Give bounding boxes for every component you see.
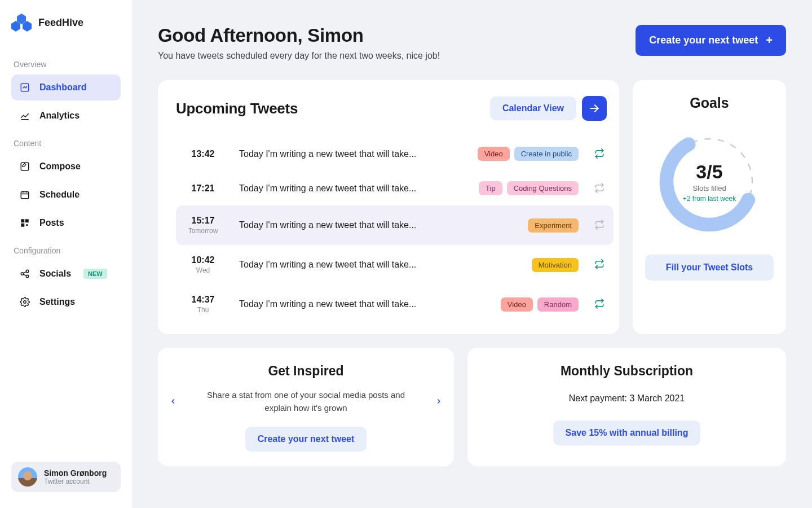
sidebar-item-socials[interactable]: Socials NEW bbox=[11, 261, 121, 287]
tag-group: Motivation bbox=[532, 258, 579, 272]
tag[interactable]: Create in public bbox=[514, 147, 579, 161]
sidebar-item-posts[interactable]: Posts bbox=[11, 210, 121, 236]
analytics-icon bbox=[19, 110, 30, 121]
user-card[interactable]: Simon Grønborg Twitter account bbox=[11, 462, 121, 492]
retweet-icon[interactable] bbox=[594, 259, 606, 270]
tag[interactable]: Video bbox=[501, 297, 533, 312]
section-configuration: Configuration bbox=[14, 246, 118, 255]
tweet-text: Today I'm writing a new tweet that will … bbox=[230, 149, 478, 159]
greeting: Good Afternoon, Simon bbox=[158, 25, 440, 46]
sidebar-item-label: Socials bbox=[39, 269, 71, 279]
retweet-icon[interactable] bbox=[594, 148, 606, 160]
svg-line-13 bbox=[24, 272, 27, 273]
subscription-text: Next payment: 3 March 2021 bbox=[480, 393, 774, 404]
tweet-text: Today I'm writing a new tweet that will … bbox=[230, 260, 532, 270]
goals-donut: 3/5 Slots filled +2 from last week bbox=[656, 128, 763, 235]
time-value: 14:37 bbox=[176, 295, 230, 305]
retweet-icon[interactable] bbox=[594, 299, 606, 310]
time-column: 15:17Tomorrow bbox=[176, 216, 230, 235]
tag-group: VideoCreate in public bbox=[478, 147, 579, 161]
tweet-row[interactable]: 14:37ThuToday I'm writing a new tweet th… bbox=[176, 284, 614, 324]
goals-delta: +2 from last week bbox=[683, 195, 736, 203]
tag[interactable]: Motivation bbox=[532, 258, 579, 272]
tag[interactable]: Tip bbox=[479, 181, 502, 195]
tag[interactable]: Coding Questions bbox=[507, 181, 579, 195]
svg-rect-8 bbox=[21, 224, 24, 227]
cta-label: Create your next tweet bbox=[649, 34, 758, 46]
sidebar-item-dashboard[interactable]: Dashboard bbox=[11, 75, 121, 100]
tweet-row[interactable]: 17:21Today I'm writing a new tweet that … bbox=[176, 171, 614, 205]
time-value: 10:42 bbox=[176, 255, 230, 265]
sidebar-item-analytics[interactable]: Analytics bbox=[11, 103, 121, 129]
settings-icon bbox=[19, 296, 30, 308]
time-sub: Thu bbox=[176, 306, 230, 314]
sidebar-item-compose[interactable]: Compose bbox=[11, 154, 121, 179]
logo[interactable]: FeedHive bbox=[11, 14, 121, 32]
sidebar-item-label: Dashboard bbox=[39, 82, 87, 93]
subscription-title: Monthly Subscription bbox=[480, 364, 774, 379]
svg-point-10 bbox=[21, 273, 24, 275]
retweet-icon[interactable] bbox=[594, 220, 606, 231]
goals-value: 3/5 bbox=[696, 161, 722, 183]
header: Good Afternoon, Simon You have tweets sc… bbox=[158, 25, 786, 61]
inspire-prev-button[interactable] bbox=[169, 397, 177, 407]
sidebar-item-settings[interactable]: Settings bbox=[11, 289, 121, 315]
logo-text: FeedHive bbox=[38, 17, 83, 29]
sidebar-item-schedule[interactable]: Schedule bbox=[11, 182, 121, 208]
new-badge: NEW bbox=[83, 269, 107, 279]
svg-rect-7 bbox=[25, 219, 29, 222]
sidebar-item-label: Settings bbox=[39, 297, 75, 307]
time-value: 15:17 bbox=[176, 216, 230, 226]
tweet-row[interactable]: 13:42Today I'm writing a new tweet that … bbox=[176, 137, 614, 171]
upcoming-title: Upcoming Tweets bbox=[176, 100, 298, 117]
upcoming-tweets-card: Upcoming Tweets Calendar View 13:42Today… bbox=[158, 80, 619, 334]
tweet-row[interactable]: 10:42WedToday I'm writing a new tweet th… bbox=[176, 245, 614, 284]
posts-icon bbox=[19, 217, 30, 229]
sidebar-item-label: Analytics bbox=[39, 111, 80, 121]
svg-rect-6 bbox=[21, 219, 24, 222]
sidebar-item-label: Schedule bbox=[39, 190, 80, 200]
section-content: Content bbox=[14, 139, 118, 148]
svg-point-15 bbox=[24, 301, 27, 304]
time-column: 13:42 bbox=[176, 149, 230, 159]
goals-title: Goals bbox=[690, 95, 729, 111]
annual-billing-button[interactable]: Save 15% with annual billing bbox=[553, 421, 701, 445]
tag[interactable]: Random bbox=[537, 297, 579, 312]
dashboard-icon bbox=[19, 82, 30, 93]
greeting-sub: You have tweets scheduled every day for … bbox=[158, 51, 440, 61]
fill-slots-button[interactable]: Fill your Tweet Slots bbox=[645, 255, 774, 281]
chevron-left-icon bbox=[169, 397, 177, 405]
compose-icon bbox=[19, 161, 30, 172]
svg-point-11 bbox=[26, 270, 29, 273]
next-arrow-button[interactable] bbox=[582, 96, 607, 121]
socials-icon bbox=[19, 268, 30, 279]
time-value: 13:42 bbox=[176, 149, 230, 159]
inspire-title: Get Inspired bbox=[170, 364, 442, 379]
tag-group: TipCoding Questions bbox=[479, 181, 579, 195]
tag[interactable]: Video bbox=[478, 147, 510, 161]
svg-rect-2 bbox=[21, 192, 29, 199]
user-sub: Twitter account bbox=[44, 478, 107, 485]
sidebar: FeedHive Overview Dashboard Analytics Co… bbox=[0, 0, 132, 508]
goals-card: Goals 3/5 Slots filled +2 from last week… bbox=[633, 80, 786, 334]
goals-sub: Slots filled bbox=[692, 184, 726, 192]
avatar bbox=[18, 467, 37, 487]
time-sub: Tomorrow bbox=[176, 227, 230, 235]
time-value: 17:21 bbox=[176, 183, 230, 194]
retweet-icon[interactable] bbox=[594, 183, 606, 194]
subscription-card: Monthly Subscription Next payment: 3 Mar… bbox=[467, 348, 786, 466]
svg-point-12 bbox=[26, 275, 29, 278]
tweet-text: Today I'm writing a new tweet that will … bbox=[230, 220, 528, 230]
tag-group: Experiment bbox=[528, 218, 579, 233]
section-overview: Overview bbox=[14, 60, 118, 69]
time-column: 17:21 bbox=[176, 183, 230, 194]
time-column: 14:37Thu bbox=[176, 295, 230, 314]
inspire-create-button[interactable]: Create your next tweet bbox=[245, 427, 367, 452]
inspire-next-button[interactable] bbox=[435, 397, 443, 407]
tag[interactable]: Experiment bbox=[528, 218, 579, 233]
tweet-row[interactable]: 15:17TomorrowToday I'm writing a new twe… bbox=[176, 205, 614, 245]
user-name: Simon Grønborg bbox=[44, 468, 107, 478]
chevron-right-icon bbox=[435, 397, 443, 405]
calendar-view-button[interactable]: Calendar View bbox=[490, 97, 576, 120]
create-tweet-button[interactable]: Create your next tweet + bbox=[636, 25, 786, 56]
